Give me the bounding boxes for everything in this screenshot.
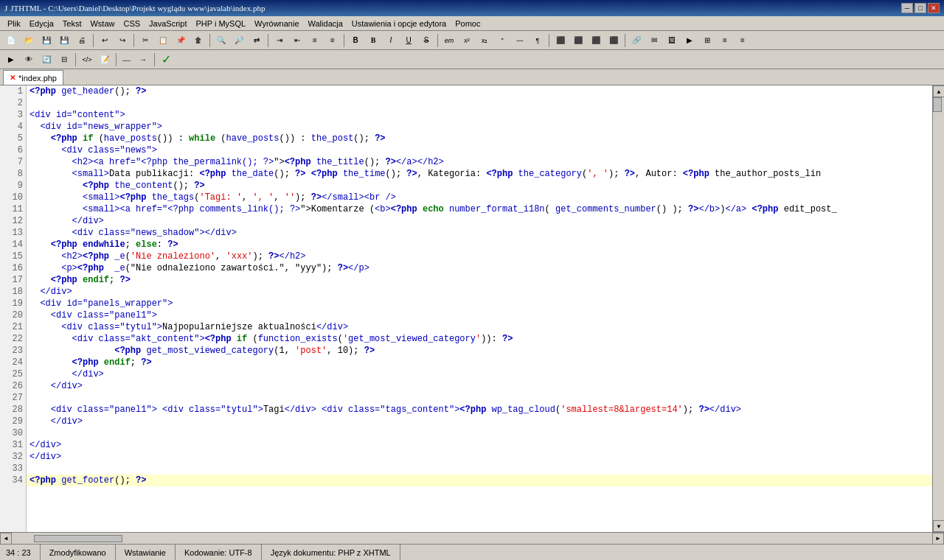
- find2-btn[interactable]: 🔎: [231, 33, 247, 48]
- align-j-btn[interactable]: ⬛: [605, 33, 622, 48]
- media-btn[interactable]: ▶: [681, 33, 698, 48]
- link-btn[interactable]: 🔗: [628, 33, 645, 48]
- cut-btn[interactable]: ✂: [137, 33, 153, 48]
- code-line[interactable]: <div class="news">: [27, 144, 932, 156]
- h-scroll-thumb[interactable]: [34, 535, 122, 542]
- scroll-left-btn[interactable]: ◀: [0, 533, 12, 545]
- menu-tekst[interactable]: Tekst: [58, 18, 86, 29]
- tab-index-php[interactable]: ✕ *index.php: [3, 70, 63, 85]
- align-c-btn[interactable]: ⬛: [570, 33, 586, 48]
- align-l2-btn[interactable]: ⬛: [552, 33, 569, 48]
- bold-btn[interactable]: B: [347, 33, 364, 48]
- table-btn[interactable]: ⊞: [699, 33, 715, 48]
- code-line[interactable]: <?php if (have_posts()) : while (have_po…: [27, 133, 932, 144]
- underline-btn[interactable]: U: [400, 33, 417, 48]
- save-all-btn[interactable]: 💾: [56, 33, 72, 48]
- sub-btn[interactable]: x₂: [476, 33, 493, 48]
- run-btn[interactable]: ▶: [3, 52, 19, 67]
- code-line[interactable]: [27, 463, 932, 475]
- code-line[interactable]: [27, 392, 932, 404]
- outdent-btn[interactable]: ⇤: [289, 33, 305, 48]
- code-line[interactable]: </div>: [27, 380, 932, 392]
- menu-css[interactable]: CSS: [119, 18, 145, 29]
- code-line[interactable]: <?php get_footer(); ?>: [27, 475, 932, 486]
- quote-btn[interactable]: ": [494, 33, 510, 48]
- code-line[interactable]: </div>: [27, 286, 932, 298]
- strike-btn[interactable]: S: [418, 33, 434, 48]
- hr-btn[interactable]: —: [512, 33, 528, 48]
- arrow-btn[interactable]: →: [135, 52, 151, 67]
- list-btn[interactable]: ≡: [717, 33, 733, 48]
- code-line[interactable]: <?php endwhile; else: ?>: [27, 239, 932, 251]
- scroll-down-btn[interactable]: ▼: [933, 520, 944, 532]
- code-line[interactable]: <?php endif; ?>: [27, 357, 932, 368]
- code-view-btn[interactable]: </>: [79, 52, 95, 67]
- code-line[interactable]: <div id="content">: [27, 109, 932, 121]
- paste-btn[interactable]: 📌: [173, 33, 189, 48]
- code-line[interactable]: [27, 97, 932, 109]
- print-btn[interactable]: 🖨: [74, 33, 90, 48]
- code-line[interactable]: <?php get_header(); ?>: [27, 85, 932, 97]
- code-line[interactable]: </div>: [27, 416, 932, 427]
- code-line[interactable]: </div>: [27, 368, 932, 380]
- code-line[interactable]: <small><?php the_tags('Tagi: ', ', ', ''…: [27, 192, 932, 203]
- code-line[interactable]: <h2><a href="<?php the_permalink(); ?>">…: [27, 156, 932, 168]
- code-line[interactable]: <div class="akt_content"><?php if (funct…: [27, 333, 932, 345]
- copy-btn[interactable]: 📋: [155, 33, 171, 48]
- code-line[interactable]: <small><a href="<?php comments_link(); ?…: [27, 203, 932, 215]
- bold2-btn[interactable]: B: [365, 33, 381, 48]
- code-line[interactable]: </div>: [27, 439, 932, 451]
- code-line[interactable]: <?php get_most_viewed_category(1, 'post'…: [27, 345, 932, 357]
- code-line[interactable]: <small>Data publikacji: <?php the_date()…: [27, 168, 932, 180]
- delete-btn[interactable]: 🗑: [190, 33, 206, 48]
- menu-plik[interactable]: Plik: [3, 18, 25, 29]
- menu-javascript[interactable]: JavaScript: [145, 18, 191, 29]
- sup-btn[interactable]: x²: [459, 33, 475, 48]
- menu-php-mysql[interactable]: PHP i MySQL: [191, 18, 250, 29]
- minimize-button[interactable]: ─: [901, 3, 913, 13]
- split-btn[interactable]: ⊟: [56, 52, 72, 67]
- code-line[interactable]: <h2><?php _e('Nie znaleziono', 'xxx'); ?…: [27, 251, 932, 262]
- indent-btn[interactable]: ⇥: [271, 33, 288, 48]
- italic-btn[interactable]: I: [383, 33, 399, 48]
- code-line[interactable]: <div class="panel1">: [27, 309, 932, 321]
- code-line[interactable]: <div class="panel1"> <div class="tytul">…: [27, 404, 932, 416]
- align-left-btn[interactable]: ≡: [307, 33, 323, 48]
- source-btn[interactable]: 📝: [97, 52, 113, 67]
- code-line[interactable]: <div class="tytul">Najpopularniejsze akt…: [27, 321, 932, 333]
- scroll-up-btn[interactable]: ▲: [933, 85, 944, 97]
- code-editor[interactable]: <?php get_header(); ?> <div id="content"…: [27, 85, 932, 532]
- menu-pomoc[interactable]: Pomoc: [451, 18, 485, 29]
- code-line[interactable]: <div id="panels_wrapper">: [27, 298, 932, 309]
- close-button[interactable]: ✕: [928, 3, 940, 13]
- restore-button[interactable]: □: [914, 3, 926, 13]
- redo-btn[interactable]: ↪: [114, 33, 131, 48]
- horizontal-scrollbar[interactable]: ◀ ▶: [0, 532, 944, 544]
- check-btn[interactable]: ✓: [158, 52, 174, 67]
- refresh-btn[interactable]: 🔄: [38, 52, 55, 67]
- scroll-right-btn[interactable]: ▶: [932, 533, 944, 545]
- code-line[interactable]: </div>: [27, 215, 932, 227]
- code-line[interactable]: [27, 427, 932, 439]
- undo-btn[interactable]: ↩: [97, 33, 113, 48]
- v-scroll-thumb[interactable]: [933, 97, 942, 112]
- img-btn[interactable]: 🖼: [664, 33, 680, 48]
- align-right-btn[interactable]: ≡: [324, 33, 341, 48]
- new-btn[interactable]: 📄: [3, 33, 19, 48]
- code-line[interactable]: <div class="news_shadow"></div>: [27, 227, 932, 239]
- tab-close-icon[interactable]: ✕: [10, 74, 15, 82]
- save-btn[interactable]: 💾: [38, 33, 55, 48]
- em-btn[interactable]: em: [441, 33, 457, 48]
- menu-edycja[interactable]: Edycja: [25, 18, 58, 29]
- code-line[interactable]: <div id="news_wrapper">: [27, 121, 932, 133]
- menu-wstaw[interactable]: Wstaw: [86, 18, 119, 29]
- code-line[interactable]: <?php the_content(); ?>: [27, 180, 932, 192]
- menu-ustawienia[interactable]: Ustawienia i opcje edytora: [347, 18, 451, 29]
- code-line[interactable]: <p><?php _e("Nie odnaleziono zawartości.…: [27, 262, 932, 274]
- list2-btn[interactable]: ≡: [735, 33, 751, 48]
- menu-walidacja[interactable]: Walidacja: [304, 18, 347, 29]
- para-btn[interactable]: ¶: [530, 33, 546, 48]
- code-line[interactable]: <?php endif; ?>: [27, 274, 932, 286]
- vertical-scrollbar[interactable]: ▲ ▼: [932, 85, 944, 532]
- preview-btn[interactable]: 👁: [21, 52, 37, 67]
